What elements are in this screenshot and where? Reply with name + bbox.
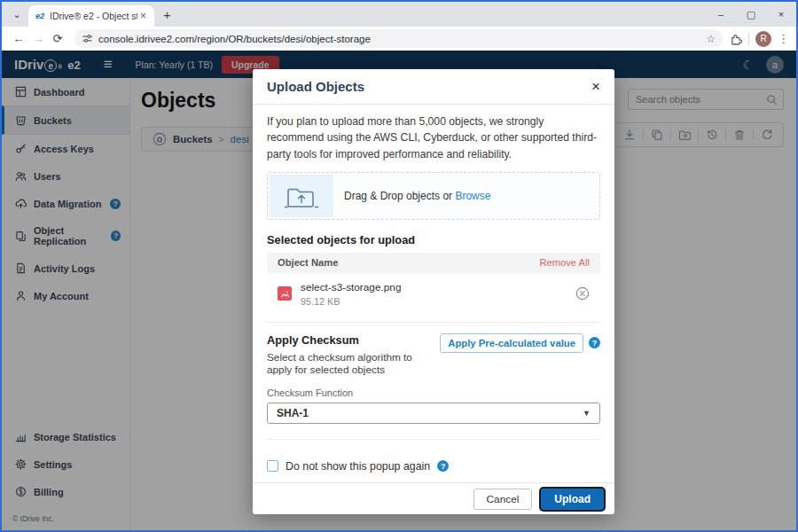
checksum-function-label: Checksum Function: [267, 387, 600, 398]
folder-upload-icon: [270, 175, 333, 217]
window-controls: – ▢ ×: [706, 9, 796, 20]
remove-file-icon[interactable]: [575, 286, 590, 301]
checksum-section: Apply Checksum Select a checksum algorit…: [267, 333, 600, 376]
close-window-button[interactable]: ×: [766, 9, 796, 20]
maximize-button[interactable]: ▢: [736, 9, 766, 20]
remove-all-link[interactable]: Remove All: [539, 257, 590, 268]
reload-button[interactable]: ⟳: [48, 32, 67, 45]
popup-help-icon[interactable]: ?: [437, 460, 449, 472]
dont-show-label: Do not show this popup again: [286, 460, 430, 473]
image-file-icon: [278, 286, 292, 301]
checksum-function-select[interactable]: SHA-1 ▼: [267, 403, 600, 424]
favicon: e2: [35, 12, 44, 20]
forward-button[interactable]: →: [28, 32, 48, 45]
dont-show-row: Do not show this popup again ?: [267, 460, 600, 473]
upload-objects-modal: Upload Objects × If you plan to upload m…: [253, 69, 614, 514]
checksum-help-icon[interactable]: ?: [589, 337, 600, 348]
divider: [267, 322, 600, 323]
upload-info-text: If you plan to upload more than 5,000 ob…: [267, 113, 600, 162]
apply-precalculated-button[interactable]: Apply Pre-calculated value: [440, 333, 583, 353]
cancel-button[interactable]: Cancel: [473, 489, 533, 510]
file-size: 95.12 KB: [301, 296, 401, 307]
browser-menu-icon[interactable]: ⋮: [778, 32, 789, 45]
address-bar[interactable]: console.idrivee2.com/region/OR/buckets/d…: [74, 29, 723, 48]
divider: [267, 439, 600, 440]
browser-tab[interactable]: e2 IDrive® e2 - Object storage ×: [28, 5, 154, 27]
app-area: IDrive®e2 ≡ Plan: Yearly (1 TB) Upgrade …: [2, 51, 796, 530]
file-name: select-s3-storage.png: [301, 281, 401, 293]
dont-show-checkbox[interactable]: [267, 460, 278, 472]
file-table-header: Object Name Remove All: [267, 253, 600, 273]
tab-search-icon[interactable]: ⌄: [7, 4, 27, 24]
chevron-down-icon: ▼: [583, 409, 591, 418]
tab-close-icon[interactable]: ×: [137, 10, 149, 22]
new-tab-button[interactable]: +: [163, 7, 171, 22]
minimize-button[interactable]: –: [706, 9, 736, 20]
browser-profile-avatar[interactable]: R: [755, 31, 771, 47]
modal-header: Upload Objects ×: [253, 69, 614, 105]
divider: [748, 33, 749, 45]
file-row: select-s3-storage.png 95.12 KB: [267, 273, 600, 315]
browser-window: ⌄ e2 IDrive® e2 - Object storage × + – ▢…: [0, 0, 798, 532]
selected-objects-title: Selected objects for upload: [267, 233, 600, 246]
checksum-subtitle: Select a checksum algorithm to apply for…: [267, 351, 440, 376]
site-settings-icon[interactable]: [82, 33, 93, 44]
tab-title: IDrive® e2 - Object storage: [50, 11, 137, 21]
modal-close-icon[interactable]: ×: [591, 79, 600, 94]
bookmark-star-icon[interactable]: ☆: [706, 33, 716, 45]
dropzone[interactable]: Drag & Drop objects or Browse: [267, 172, 600, 220]
modal-body: If you plan to upload more than 5,000 ob…: [253, 105, 614, 482]
url-text[interactable]: console.idrivee2.com/region/OR/buckets/d…: [98, 34, 706, 44]
browse-link[interactable]: Browse: [455, 190, 490, 202]
dropzone-text: Drag & Drop objects or Browse: [344, 190, 490, 202]
extensions-icon[interactable]: [730, 33, 742, 45]
back-button[interactable]: ←: [9, 32, 28, 45]
apply-checksum-title: Apply Checksum: [267, 333, 440, 347]
selected-checksum: SHA-1: [277, 407, 309, 419]
browser-toolbar: ← → ⟳ console.idrivee2.com/region/OR/buc…: [2, 27, 796, 51]
upload-button[interactable]: Upload: [541, 489, 604, 510]
modal-title: Upload Objects: [267, 79, 364, 94]
tab-strip: ⌄ e2 IDrive® e2 - Object storage × + – ▢…: [2, 2, 796, 27]
modal-footer: Cancel Upload: [253, 482, 614, 514]
object-name-column: Object Name: [278, 257, 338, 268]
